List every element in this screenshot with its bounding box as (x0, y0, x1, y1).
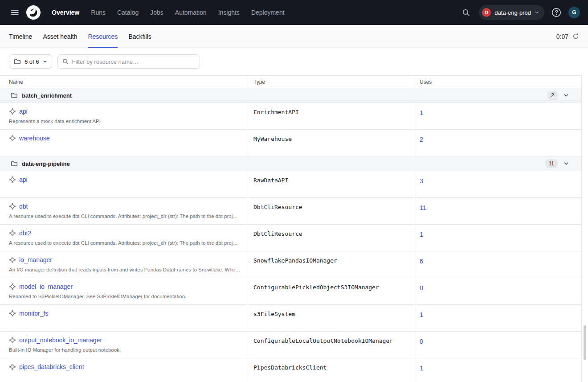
resource-row: pipes_databricks_clientPipesDatabricksCl… (0, 358, 581, 382)
resource-group-header[interactable]: data-eng-pipeline11 (0, 156, 581, 171)
resource-row: monitor_fss3FileSystem1 (0, 305, 581, 332)
column-header-name: Name (0, 76, 248, 88)
refresh-timer: 0:07 (556, 25, 579, 48)
table-header: Name Type Uses (0, 76, 581, 88)
group-count-label: 6 of 6 (24, 58, 39, 65)
group-name: batch_enrichment (22, 92, 72, 99)
group-count-dropdown[interactable]: 6 of 6 (9, 54, 52, 69)
resource-description: A resource used to execute dbt CLI comma… (9, 214, 242, 219)
resource-name-link[interactable]: api (19, 108, 28, 115)
resource-type: SnowflakePandasIOManager (248, 251, 414, 278)
tabs: Timeline Asset health Resources Backfill… (9, 25, 151, 48)
resource-name-link[interactable]: api (19, 176, 28, 183)
name-cell: warehouse (0, 130, 248, 156)
nav-item-insights[interactable]: Insights (218, 9, 240, 16)
resource-name-link[interactable]: monitor_fs (19, 310, 48, 317)
resource-row: dbtA resource used to execute dbt CLI co… (0, 198, 581, 225)
resource-uses-link[interactable]: 0 (420, 338, 423, 345)
resource-type: ConfigurableLocalOutputNotebookIOManager (248, 332, 414, 358)
resource-description: An I/O manager definition that reads inp… (9, 267, 242, 272)
tab-timeline[interactable]: Timeline (9, 25, 32, 48)
resource-type: s3FileSystem (248, 305, 414, 331)
user-avatar[interactable]: G (568, 7, 580, 18)
name-cell: api (0, 171, 248, 197)
resource-row: io_managerAn I/O manager definition that… (0, 251, 581, 278)
resource-uses-link[interactable]: 1 (420, 365, 423, 372)
resource-uses-link[interactable]: 1 (420, 231, 423, 238)
name-cell: monitor_fs (0, 305, 248, 331)
resource-icon (9, 108, 16, 115)
resource-icon (9, 363, 16, 370)
nav-item-deployment[interactable]: Deployment (251, 9, 285, 16)
resource-type: MyWarehouse (248, 130, 414, 156)
resource-row: apiRawDataAPI3 (0, 171, 581, 198)
name-cell: output_notebook_io_managerBuilt-in IO Ma… (0, 332, 248, 358)
chevron-down-icon (535, 10, 539, 15)
deployment-switcher[interactable]: D data-eng-prod (479, 5, 544, 20)
resource-icon (9, 337, 16, 344)
resource-filter-box (57, 54, 200, 69)
resource-name-link[interactable]: output_notebook_io_manager (19, 337, 102, 344)
resource-uses-link[interactable]: 1 (420, 109, 423, 116)
resource-name-link[interactable]: dbt2 (19, 230, 31, 237)
group-count-badge: 11 (545, 159, 558, 168)
resource-uses-link[interactable]: 11 (420, 204, 426, 211)
tab-resources[interactable]: Resources (88, 25, 118, 48)
resource-type: RawDataAPI (248, 171, 414, 197)
resource-name-link[interactable]: dbt (19, 203, 28, 210)
help-icon[interactable] (551, 7, 562, 18)
group-count-badge: 2 (547, 91, 558, 100)
scrollbar-track (584, 75, 587, 382)
resource-description: Built-in IO Manager for handling output … (9, 347, 242, 353)
refresh-countdown: 0:07 (556, 33, 568, 40)
resource-uses-link[interactable]: 6 (420, 258, 423, 265)
refresh-icon[interactable] (572, 33, 579, 40)
folder-icon (11, 160, 18, 167)
dagster-logo[interactable] (26, 5, 41, 20)
resource-filter-input[interactable] (72, 58, 195, 65)
resource-icon (9, 230, 16, 237)
chevron-down-icon[interactable] (564, 93, 569, 98)
column-header-type: Type (248, 76, 414, 88)
resource-name-link[interactable]: pipes_databricks_client (19, 363, 84, 370)
resource-type: PipesDatabricksClient (248, 358, 414, 382)
tab-backfills[interactable]: Backfills (128, 25, 151, 48)
resource-name-link[interactable]: model_io_manager (19, 283, 73, 290)
filter-bar: 6 of 6 (0, 48, 588, 69)
resource-type: DbtCliResource (248, 198, 414, 224)
table-body: batch_enrichment2apiRepresents a mock da… (0, 88, 581, 382)
folder-icon (14, 58, 21, 65)
resources-table: Name Type Uses batch_enrichment2apiRepre… (0, 75, 582, 382)
nav-item-catalog[interactable]: Catalog (117, 9, 139, 16)
name-cell: model_io_managerRenamed to S3PickleIOMan… (0, 278, 248, 304)
deployment-name: data-eng-prod (494, 9, 531, 16)
resource-name-link[interactable]: io_manager (19, 256, 52, 263)
resource-description: Renamed to S3PickleIOManager. See S3Pick… (9, 294, 242, 299)
resource-icon (9, 310, 16, 317)
resource-icon (9, 176, 16, 183)
nav-item-automation[interactable]: Automation (175, 9, 207, 16)
group-name: data-eng-pipeline (22, 160, 70, 167)
resource-row: warehouseMyWarehouse2 (0, 130, 581, 156)
resource-type: ConfigurablePickledObjectS3IOManager (248, 278, 414, 304)
resource-group-header[interactable]: batch_enrichment2 (0, 88, 581, 103)
scrollbar-thumb[interactable] (584, 325, 586, 360)
deployment-badge: D (482, 8, 491, 17)
resource-uses-link[interactable]: 0 (420, 284, 423, 292)
resource-row: output_notebook_io_managerBuilt-in IO Ma… (0, 332, 581, 358)
tab-asset-health[interactable]: Asset health (43, 25, 77, 48)
resource-uses-link[interactable]: 2 (420, 136, 423, 143)
chevron-down-icon[interactable] (564, 161, 569, 166)
resource-uses-link[interactable]: 1 (420, 311, 423, 318)
topnav-right: D data-eng-prod G (460, 5, 580, 20)
resource-row: model_io_managerRenamed to S3PickleIOMan… (0, 278, 581, 305)
resource-name-link[interactable]: warehouse (19, 135, 50, 142)
nav-item-overview[interactable]: Overview (52, 9, 79, 16)
resource-uses-link[interactable]: 3 (420, 177, 423, 185)
nav-item-jobs[interactable]: Jobs (150, 9, 163, 16)
nav-item-runs[interactable]: Runs (91, 9, 106, 16)
hamburger-menu-icon[interactable] (7, 5, 22, 20)
top-navigation: Overview Runs Catalog Jobs Automation In… (0, 0, 588, 25)
search-icon[interactable] (460, 6, 472, 19)
search-icon (62, 58, 69, 65)
